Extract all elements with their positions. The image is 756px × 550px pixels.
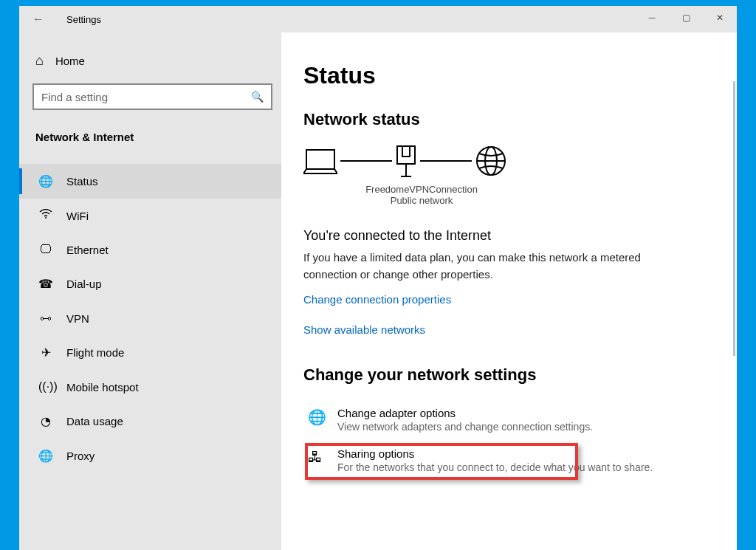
sidebar-item-hotspot[interactable]: ((∙)) Mobile hotspot [19, 370, 281, 404]
connected-desc: If you have a limited data plan, you can… [303, 250, 650, 283]
minimize-button[interactable]: ─ [635, 6, 669, 30]
connected-title: You're connected to the Internet [303, 228, 715, 244]
page-title: Status [303, 62, 715, 89]
sidebar-item-label: Data usage [66, 415, 123, 427]
scrollbar[interactable] [733, 81, 735, 356]
sidebar-item-label: Flight mode [66, 346, 124, 359]
globe-status-icon: 🌐 [38, 174, 53, 188]
sidebar-item-wifi[interactable]: WiFi [19, 199, 281, 233]
svg-point-0 [45, 217, 47, 219]
link-change-properties[interactable]: Change connection properties [303, 293, 715, 306]
connection-name: FreedomeVPNConnection [303, 184, 540, 195]
back-icon[interactable]: ← [32, 13, 44, 26]
airplane-icon: ✈ [38, 346, 53, 360]
link-show-networks[interactable]: Show available networks [303, 323, 715, 336]
sidebar-item-label: VPN [66, 312, 89, 325]
sidebar: ⌂ Home Find a setting 🔍 Network & Intern… [19, 32, 281, 550]
adapter-icon [395, 144, 417, 178]
internet-globe-icon [475, 145, 507, 177]
row-sharing-options[interactable]: 🖧 Sharing options For the networks that … [303, 440, 715, 481]
sidebar-item-label: Ethernet [66, 244, 109, 256]
sidebar-item-ethernet[interactable]: 🖵 Ethernet [19, 233, 281, 267]
titlebar: ← Settings ─ ▢ ✕ [19, 6, 737, 32]
globe-icon: 🌐 [38, 449, 53, 463]
sidebar-item-status[interactable]: 🌐 Status [19, 164, 281, 199]
ethernet-icon: 🖵 [38, 243, 53, 256]
svg-rect-2 [397, 146, 415, 164]
sidebar-item-flightmode[interactable]: ✈ Flight mode [19, 335, 281, 370]
window-title: Settings [66, 14, 101, 25]
settings-window: ← Settings ─ ▢ ✕ ⌂ Home Find a setting 🔍… [19, 6, 737, 550]
sidebar-item-label: WiFi [66, 210, 89, 222]
sharing-icon: 🖧 [308, 447, 326, 466]
sidebar-item-proxy[interactable]: 🌐 Proxy [19, 439, 281, 473]
sidebar-item-dialup[interactable]: ☎ Dial-up [19, 267, 281, 301]
row-change-adapter[interactable]: 🌐 Change adapter options View network ad… [303, 399, 715, 440]
home-label: Home [55, 55, 85, 67]
row-desc: For the networks that you connect to, de… [337, 461, 653, 473]
search-placeholder: Find a setting [41, 91, 108, 103]
section-change-settings: Change your network settings [303, 365, 715, 385]
computer-icon [303, 147, 337, 175]
connection-caption: FreedomeVPNConnection Public network [303, 184, 540, 206]
section-network-status: Network status [303, 110, 715, 129]
sidebar-item-datausage[interactable]: ◔ Data usage [19, 404, 281, 439]
search-input[interactable]: Find a setting 🔍 [32, 83, 272, 110]
connection-type: Public network [303, 195, 540, 206]
network-diagram [303, 144, 715, 178]
close-button[interactable]: ✕ [703, 6, 737, 30]
sidebar-item-vpn[interactable]: ⧟ VPN [19, 301, 281, 335]
sidebar-item-label: Mobile hotspot [66, 381, 139, 393]
sidebar-item-label: Proxy [66, 450, 94, 462]
row-desc: View network adapters and change connect… [337, 421, 593, 433]
search-icon: 🔍 [251, 91, 264, 103]
dialup-icon: ☎ [38, 277, 53, 291]
main-content: Status Network status [281, 32, 737, 550]
home-icon: ⌂ [35, 53, 44, 69]
piechart-icon: ◔ [38, 414, 53, 428]
window-controls: ─ ▢ ✕ [635, 6, 737, 30]
adapter-options-icon: 🌐 [308, 407, 326, 426]
home-button[interactable]: ⌂ Home [32, 46, 272, 76]
row-title: Sharing options [337, 447, 653, 460]
sidebar-item-label: Status [66, 175, 98, 188]
hotspot-icon: ((∙)) [38, 380, 53, 393]
sidebar-item-label: Dial-up [66, 278, 102, 290]
svg-rect-3 [402, 146, 410, 157]
svg-rect-1 [306, 150, 334, 169]
wifi-icon [38, 209, 53, 222]
sidebar-section: Network & Internet [32, 125, 272, 149]
row-title: Change adapter options [337, 407, 593, 419]
vpn-icon: ⧟ [38, 312, 53, 325]
maximize-button[interactable]: ▢ [669, 6, 703, 30]
